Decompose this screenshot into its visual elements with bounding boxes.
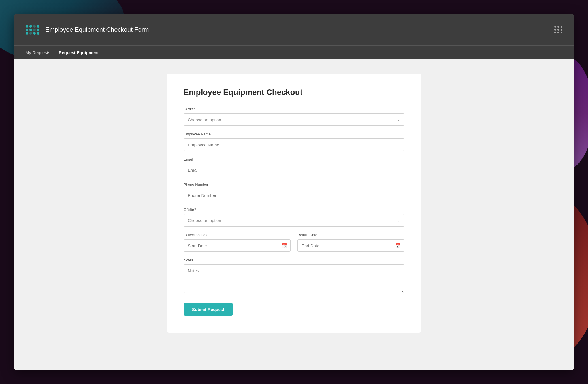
form-card: Employee Equipment Checkout Device Choos… [167,74,421,333]
grid-dot [557,26,559,28]
notes-field-group: Notes [184,258,404,294]
offsite-select-wrapper: Choose an option ⌄ [184,214,404,227]
return-date-calendar-icon[interactable]: 📅 [395,243,401,248]
form-title: Employee Equipment Checkout [184,88,404,97]
collection-date-label: Collection Date [184,233,291,237]
grid-dot [561,32,562,33]
logo-dot [33,29,36,31]
header: Employee Equipment Checkout Form [14,14,574,45]
logo-dot [29,32,32,35]
return-date-wrapper: 📅 [297,239,404,252]
phone-input[interactable] [184,189,404,201]
email-field-group: Email [184,157,404,176]
nav-request-equipment[interactable]: Request Equipment [59,49,99,56]
nav-my-requests[interactable]: My Requests [25,49,50,56]
grid-dot [561,29,562,31]
grid-menu-button[interactable] [554,26,563,33]
device-select[interactable]: Choose an option [184,113,404,126]
logo-dot [37,29,39,31]
logo-dot [33,32,36,35]
logo-dot [26,25,28,28]
collection-date-calendar-icon[interactable]: 📅 [282,243,287,248]
offsite-field-group: Offsite? Choose an option ⌄ [184,208,404,227]
phone-field-group: Phone Number [184,182,404,201]
logo-dot [29,29,32,31]
logo-dot [37,32,39,35]
return-date-label: Return Date [297,233,404,237]
collection-date-group: Collection Date 📅 [184,233,291,252]
collection-date-wrapper: 📅 [184,239,291,252]
logo-dot [33,25,36,28]
grid-dot [554,32,556,33]
phone-label: Phone Number [184,182,404,187]
app-title: Employee Equipment Checkout Form [45,26,149,33]
employee-name-field-group: Employee Name [184,132,404,151]
logo-dot [37,25,39,28]
email-input[interactable] [184,164,404,176]
content-area: Employee Equipment Checkout Device Choos… [14,59,574,370]
offsite-select[interactable]: Choose an option [184,214,404,227]
employee-name-input[interactable] [184,138,404,151]
date-row: Collection Date 📅 Return Date 📅 [184,233,404,252]
logo-dot [26,29,28,31]
nav-bar: My Requests Request Equipment [14,45,574,59]
device-label: Device [184,107,404,111]
return-date-group: Return Date 📅 [297,233,404,252]
submit-button[interactable]: Submit Request [184,303,233,316]
grid-dot [554,26,556,28]
app-logo [25,23,40,37]
grid-dot [554,29,556,31]
grid-dot [557,32,559,33]
return-date-input[interactable] [297,239,404,252]
offsite-label: Offsite? [184,208,404,212]
logo-dot [26,32,28,35]
grid-dot [561,26,562,28]
device-select-wrapper: Choose an option ⌄ [184,113,404,126]
employee-name-label: Employee Name [184,132,404,136]
logo-dot [29,25,32,28]
logo-dots [26,25,40,35]
main-window: Employee Equipment Checkout Form My Requ… [14,14,574,370]
collection-date-input[interactable] [184,239,291,252]
notes-label: Notes [184,258,404,262]
notes-textarea[interactable] [184,264,404,293]
device-field-group: Device Choose an option ⌄ [184,107,404,126]
grid-dot [557,29,559,31]
email-label: Email [184,157,404,161]
